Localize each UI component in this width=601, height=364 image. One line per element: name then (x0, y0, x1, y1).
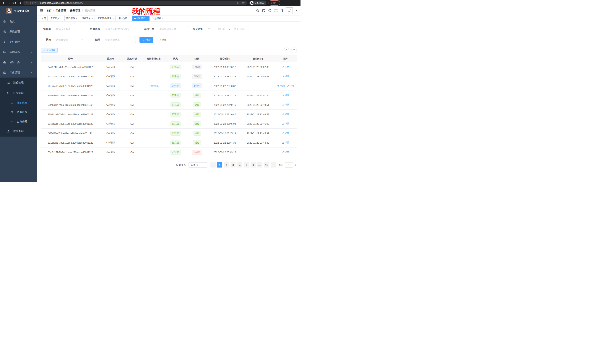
sidebar-item-todo-tasks[interactable]: 待办任务 (0, 108, 37, 117)
breadcrumb-item[interactable]: 任务管理 (70, 9, 80, 12)
page-button-1[interactable]: 1 (217, 162, 222, 168)
tab-process-model[interactable]: 流程模型× (64, 16, 79, 21)
not-secure-warning-icon[interactable] (26, 2, 28, 4)
start-process-button[interactable]: 发起流程 (41, 48, 58, 53)
category-filter-select[interactable]: 请选择流程分类 (157, 26, 188, 32)
page-button-4[interactable]: 4 (237, 162, 242, 168)
tab-close-icon[interactable]: × (162, 17, 164, 20)
search-icon[interactable] (256, 9, 259, 12)
row-actions: 详情 (274, 122, 297, 125)
refresh-table-button[interactable] (291, 48, 297, 53)
toggle-search-button[interactable] (284, 48, 289, 53)
page-button-5[interactable]: 5 (244, 162, 249, 168)
submit-time-range-picker[interactable]: 开始日期 - 结束日期 (206, 26, 250, 32)
tab-close-icon[interactable]: × (128, 17, 130, 20)
tab-close-icon[interactable]: × (146, 17, 148, 20)
name-filter-input[interactable] (54, 26, 85, 32)
sidebar-item-workflow[interactable]: 工作流程 (0, 67, 37, 77)
address-bar[interactable]: 不安全 dashboard.yudao.iocoder.cn/bpm/task/… (23, 1, 247, 5)
password-key-icon[interactable] (236, 1, 239, 4)
more-pages-button[interactable]: ••• (257, 162, 262, 168)
submit-time: 2022-01-22 23:45:29 (208, 132, 241, 135)
detail-action[interactable]: 详情 (282, 75, 289, 78)
edit-icon (282, 94, 284, 96)
submit-time: 2022-01-22 23:51:15 (208, 94, 241, 97)
sidebar-item-process-management[interactable]: 流程管理 (0, 77, 37, 88)
avatar[interactable] (286, 7, 293, 14)
detail-action[interactable]: 详情 (282, 65, 289, 68)
page-button-2[interactable]: 2 (224, 162, 229, 168)
detail-action[interactable]: 详情 (282, 103, 289, 106)
sidebar-item-leave-query[interactable]: 请假查询 (0, 126, 37, 136)
tab-my-process[interactable]: 我的流程× (132, 16, 150, 21)
sidebar-item-payment[interactable]: 支付管理 (0, 37, 37, 47)
tab-home[interactable]: 首页 (40, 16, 48, 21)
page-size-select[interactable]: 10条/页 (189, 162, 207, 168)
browser-forward-button[interactable] (7, 0, 12, 6)
tab-start-process[interactable]: 发起流程× (151, 16, 165, 21)
edit-icon (282, 113, 284, 115)
tab-close-icon[interactable]: × (76, 17, 78, 20)
page-button-6[interactable]: 6 (250, 162, 256, 168)
detail-action[interactable]: 详情 (282, 141, 289, 144)
sidebar-item-home[interactable]: 首页 (0, 16, 37, 27)
detail-action[interactable]: 详情 (282, 113, 289, 116)
goto-page-input[interactable] (285, 162, 293, 168)
tab-process-form[interactable]: 流程表单× (80, 16, 95, 21)
cancel-action[interactable]: 取消 (277, 84, 285, 87)
fullscreen-icon[interactable] (274, 9, 278, 12)
sidebar-toggle-icon[interactable] (40, 9, 43, 12)
edit-icon (282, 75, 284, 77)
sidebar-item-done-tasks[interactable]: 已办任务 (0, 117, 37, 126)
detail-action[interactable]: 详情 (282, 132, 289, 135)
not-secure-label[interactable]: 不安全 (29, 1, 36, 5)
browser-update-button[interactable]: 更新 (269, 0, 280, 6)
sidebar-item-label: 已办任务 (17, 120, 27, 123)
edit-icon (282, 66, 284, 68)
next-page-button[interactable] (270, 162, 276, 168)
detail-action[interactable]: 详情 (282, 94, 289, 97)
help-icon[interactable]: ? (268, 9, 271, 12)
row-actions: 详情 (274, 113, 297, 116)
sidebar-item-devtools[interactable]: 研发工具 (0, 57, 37, 67)
search-button-label: 搜索 (146, 38, 150, 42)
github-icon[interactable] (262, 9, 265, 12)
sidebar-item-infrastructure[interactable]: 基础设施 (0, 47, 37, 57)
tab-user-group[interactable]: 用户分组× (117, 16, 131, 21)
edit-icon (282, 104, 284, 106)
sidebar-item-my-process[interactable]: 我的流程 (0, 98, 37, 108)
end-time: 2022-01-23 00:07:03 (241, 66, 274, 68)
search-button[interactable]: 搜索 (140, 37, 153, 43)
detail-action[interactable]: 详情 (287, 84, 294, 87)
tab-close-icon[interactable]: × (112, 17, 114, 20)
tab-close-icon[interactable]: × (91, 17, 93, 20)
browser-reload-button[interactable] (12, 0, 17, 6)
result-filter-select[interactable]: 请选择流结果 (103, 37, 136, 43)
sidebar-item-label: 研发工具 (10, 61, 20, 64)
definition-filter-input[interactable] (103, 26, 139, 32)
browser-home-button[interactable] (17, 0, 22, 6)
app-logo-row[interactable]: 芋道管理系统 (0, 6, 37, 16)
detail-action[interactable]: 详情 (282, 151, 289, 153)
tab-process-definition[interactable]: 流程定义× (49, 16, 63, 21)
tab-close-icon[interactable]: × (60, 17, 62, 20)
browser-back-button[interactable] (1, 0, 7, 6)
status-filter-select[interactable]: 请选择状态 (54, 37, 85, 43)
face-icon (10, 102, 14, 105)
current-task-link[interactable]: 一级审批 (149, 84, 159, 87)
sidebar-item-system[interactable]: 系统管理 (0, 27, 37, 37)
browser-menu-icon[interactable] (277, 2, 278, 4)
breadcrumb-item[interactable]: 首页 (46, 9, 51, 12)
prev-page-button[interactable] (210, 162, 216, 168)
reset-button[interactable]: 重置 (156, 37, 169, 43)
breadcrumb-item[interactable]: 工作流程 (56, 9, 66, 12)
page-button-11[interactable]: 11 (264, 162, 269, 168)
font-size-icon[interactable]: TT (280, 9, 284, 12)
page-button-3[interactable]: 3 (230, 162, 236, 168)
tab-process-form-edit[interactable]: 流程表单-编辑× (96, 16, 116, 21)
chevron-down-icon[interactable] (295, 10, 298, 12)
arrow-right-icon (272, 164, 274, 166)
sidebar-item-task-management[interactable]: 任务管理 (0, 88, 37, 98)
detail-action[interactable]: 详情 (282, 122, 289, 125)
bookmark-star-icon[interactable] (242, 1, 245, 4)
